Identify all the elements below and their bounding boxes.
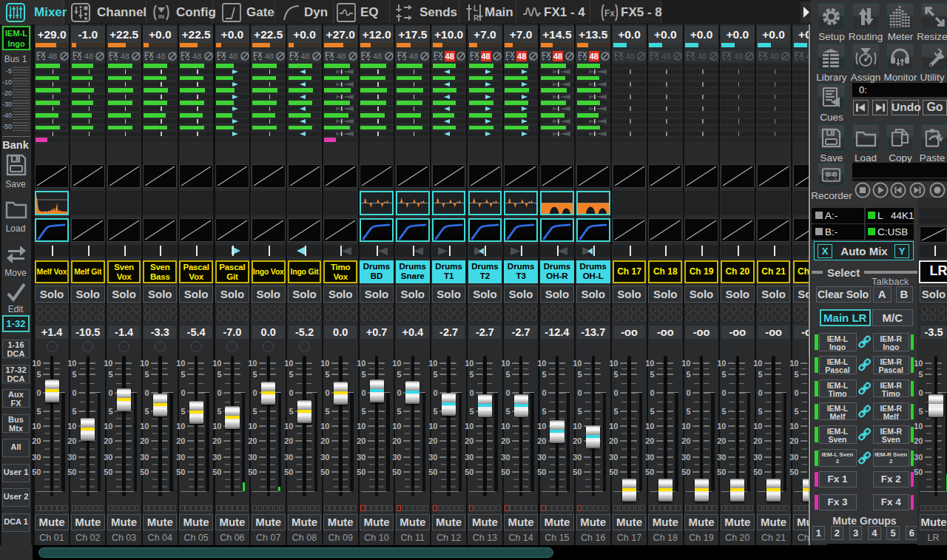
svg-text:5: 5 — [36, 370, 41, 379]
svg-text:0: 0 — [434, 388, 438, 397]
svg-text:10: 10 — [645, 359, 654, 368]
svg-text:5: 5 — [289, 370, 293, 379]
svg-text:5: 5 — [109, 407, 113, 416]
svg-text:50: 50 — [176, 468, 185, 476]
svg-text:50: 50 — [501, 468, 510, 476]
svg-text:10: 10 — [718, 422, 727, 431]
svg-text:0: 0 — [397, 388, 402, 397]
svg-text:10: 10 — [573, 422, 582, 431]
svg-text:FX: FX — [144, 51, 154, 59]
svg-text:10: 10 — [789, 422, 798, 431]
svg-text:5: 5 — [181, 407, 185, 416]
svg-text:10: 10 — [284, 359, 293, 368]
svg-text:5: 5 — [144, 407, 149, 416]
svg-text:5: 5 — [918, 407, 923, 416]
svg-text:10: 10 — [104, 359, 112, 368]
svg-text:0: 0 — [289, 388, 293, 397]
svg-text:0: 0 — [650, 388, 654, 397]
svg-text:20: 20 — [789, 436, 798, 445]
svg-text:20: 20 — [573, 436, 582, 445]
svg-text:10: 10 — [753, 422, 762, 431]
svg-text:20: 20 — [465, 436, 474, 445]
svg-text:10: 10 — [428, 359, 437, 368]
svg-text:30: 30 — [212, 453, 221, 462]
svg-text:FX: FX — [181, 51, 190, 59]
svg-text:5: 5 — [253, 407, 257, 416]
svg-text:30: 30 — [140, 453, 149, 462]
svg-text:30: 30 — [284, 453, 293, 462]
svg-text:FX: FX — [470, 51, 479, 59]
svg-text:30: 30 — [176, 453, 185, 462]
svg-text:10: 10 — [393, 359, 402, 368]
svg-text:10: 10 — [465, 359, 474, 368]
svg-text:20: 20 — [718, 436, 727, 445]
svg-text:50: 50 — [718, 468, 727, 476]
svg-text:5: 5 — [686, 407, 690, 416]
svg-text:10: 10 — [104, 422, 112, 431]
svg-text:0: 0 — [144, 388, 149, 397]
svg-text:0: 0 — [918, 388, 923, 397]
svg-text:10: 10 — [320, 422, 329, 431]
svg-text:10: 10 — [537, 422, 546, 431]
svg-text:20: 20 — [104, 436, 112, 445]
svg-text:5: 5 — [73, 407, 77, 416]
svg-text:FX: FX — [289, 51, 299, 59]
svg-text:50: 50 — [393, 468, 402, 476]
svg-text:FX: FX — [397, 51, 407, 59]
svg-text:10: 10 — [357, 422, 365, 431]
svg-text:5: 5 — [758, 407, 763, 416]
svg-text:50: 50 — [320, 468, 329, 476]
svg-text:10: 10 — [140, 422, 149, 431]
svg-text:30: 30 — [573, 453, 582, 462]
svg-text:20: 20 — [393, 436, 402, 445]
svg-text:50: 50 — [68, 468, 77, 476]
svg-text:0: 0 — [469, 388, 474, 397]
svg-text:10: 10 — [176, 359, 185, 368]
svg-text:L: L — [474, 4, 478, 13]
svg-text:-30: -30 — [2, 101, 12, 108]
svg-text:10: 10 — [501, 422, 510, 431]
svg-text:30: 30 — [753, 453, 762, 462]
svg-text:0: 0 — [253, 388, 257, 397]
svg-text:20: 20 — [681, 436, 690, 445]
svg-text:5: 5 — [794, 407, 798, 416]
svg-text:5: 5 — [397, 407, 402, 416]
svg-text:5: 5 — [144, 370, 149, 379]
svg-text:5: 5 — [36, 407, 41, 416]
svg-text:5: 5 — [918, 370, 923, 379]
svg-text:20: 20 — [914, 436, 923, 445]
svg-text:10: 10 — [537, 359, 546, 368]
svg-text:10: 10 — [645, 422, 654, 431]
svg-text:5: 5 — [505, 407, 510, 416]
svg-text:50: 50 — [537, 468, 546, 476]
svg-text:20: 20 — [68, 436, 77, 445]
svg-text:5: 5 — [434, 407, 438, 416]
svg-text:5: 5 — [109, 370, 113, 379]
svg-text:Fx: Fx — [604, 8, 615, 18]
svg-text:0: 0 — [505, 388, 510, 397]
svg-text:10: 10 — [212, 422, 221, 431]
svg-text:5: 5 — [613, 407, 618, 416]
svg-text:5: 5 — [289, 407, 293, 416]
svg-text:10: 10 — [176, 422, 185, 431]
svg-text:0: 0 — [722, 388, 727, 397]
svg-text:0: 0 — [109, 388, 113, 397]
svg-text:10: 10 — [465, 422, 474, 431]
svg-text:50: 50 — [32, 468, 41, 476]
svg-text:10: 10 — [428, 422, 437, 431]
svg-text:10: 10 — [914, 422, 923, 431]
svg-text:30: 30 — [914, 453, 923, 462]
svg-text:10: 10 — [32, 359, 41, 368]
svg-text:5: 5 — [686, 370, 690, 379]
svg-text:20: 20 — [249, 436, 257, 445]
svg-text:10: 10 — [68, 359, 77, 368]
svg-text:FX: FX — [795, 51, 804, 59]
svg-text:20: 20 — [284, 436, 293, 445]
svg-text:FX: FX — [434, 51, 443, 59]
svg-text:30: 30 — [501, 453, 510, 462]
svg-text:FX: FX — [325, 51, 334, 59]
svg-text:10: 10 — [753, 359, 762, 368]
svg-text:FX: FX — [614, 51, 624, 59]
svg-text:50: 50 — [573, 468, 582, 476]
svg-text:5: 5 — [505, 370, 510, 379]
